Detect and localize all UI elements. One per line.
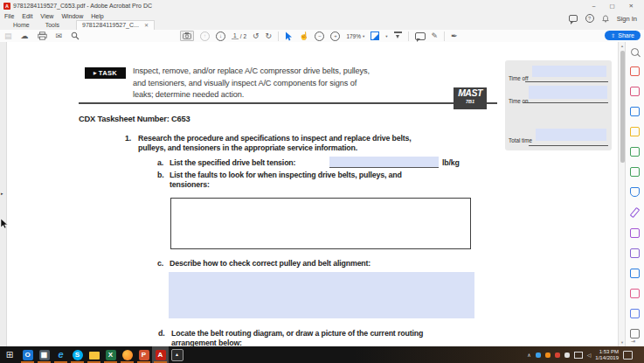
tab-home[interactable]: Home <box>5 21 38 30</box>
action-center-icon[interactable] <box>623 351 633 360</box>
page-width-button[interactable] <box>394 31 402 40</box>
compare-files-icon[interactable] <box>630 309 640 318</box>
tray-icon-4[interactable] <box>564 353 570 358</box>
tools-pane <box>625 42 644 346</box>
highlight-pencil-button[interactable]: ✎ <box>432 32 439 40</box>
stamp-icon[interactable] <box>630 248 640 258</box>
belt-tension-field[interactable] <box>329 157 439 168</box>
volume-icon[interactable]: ◁ <box>587 352 592 358</box>
title-bar: A 9781284119527_C653.pdf - Adobe Acrobat… <box>0 0 644 11</box>
zoom-level-value: 179% <box>346 33 361 39</box>
alignment-answer-field[interactable] <box>169 272 474 318</box>
item-d-number: d. <box>158 329 165 339</box>
task-description: Inspect, remove, and/or replace A/C comp… <box>133 66 370 101</box>
tab-close-icon[interactable]: ✕ <box>144 22 149 28</box>
export-pdf-icon[interactable] <box>630 107 640 116</box>
toolbar: ▤ ☁ ✉ ↑ ↓ 1 / 2 ↺ ↻ <box>0 30 644 43</box>
feedback-bubble-icon[interactable] <box>569 15 578 22</box>
page-number-input[interactable]: 1 <box>232 32 239 39</box>
taskbar-clock[interactable]: 1:53 PM 1/14/2019 <box>595 349 619 360</box>
comment-tool-button[interactable] <box>415 32 426 40</box>
hidden-icons-chevron[interactable]: ∧ <box>527 352 530 358</box>
item-a-text: List the specified drive belt tension: <box>170 158 295 168</box>
menu-file[interactable]: File <box>4 13 14 19</box>
maximize-button[interactable]: ▢ <box>609 3 614 10</box>
tray-icon-1[interactable] <box>536 353 541 358</box>
mouse-cursor <box>0 218 9 229</box>
taskbar-app-acrobat[interactable]: A <box>152 346 169 363</box>
cloud-upload-button[interactable]: ☁ <box>21 32 29 40</box>
create-pdf-icon[interactable] <box>630 66 640 76</box>
protect-icon[interactable] <box>630 187 640 197</box>
search-icon[interactable] <box>631 48 639 56</box>
menu-view[interactable]: View <box>40 13 53 19</box>
selection-zoom-button[interactable] <box>370 31 379 40</box>
send-for-review-icon[interactable] <box>630 269 640 278</box>
scrollbar-thumb[interactable] <box>620 51 625 163</box>
next-page-button[interactable]: ↓ <box>216 31 225 41</box>
tab-tools[interactable]: Tools <box>38 21 67 30</box>
item-b-number: b. <box>157 171 164 180</box>
time-off-field[interactable] <box>532 66 606 77</box>
item-b-text: List the faults to look for when inspect… <box>170 171 402 190</box>
zoom-level-dropdown[interactable]: 179% ▾ <box>346 33 364 39</box>
zoom-in-button[interactable]: + <box>330 31 340 41</box>
total-time-label: Total time <box>509 137 532 143</box>
combine-files-icon[interactable] <box>630 87 640 96</box>
sign-tool-button[interactable]: ✒ <box>451 32 458 40</box>
close-button[interactable]: ✕ <box>629 3 634 10</box>
taskbar-app-skype[interactable]: S <box>69 346 86 363</box>
organize-pages-icon[interactable] <box>630 147 640 157</box>
print-button[interactable] <box>38 31 47 40</box>
select-tool-button[interactable] <box>285 31 293 41</box>
tab-document[interactable]: 9781284119527_C... ✕ <box>76 20 155 30</box>
hand-tool-button[interactable]: ☝ <box>299 32 308 40</box>
taskbar-app-edge[interactable]: e <box>52 346 69 363</box>
scan-and-ocr-icon[interactable] <box>630 289 640 298</box>
sign-in-button[interactable]: Sign In <box>617 15 637 23</box>
previous-page-button[interactable]: ↑ <box>200 31 210 41</box>
tray-icon-2[interactable] <box>545 353 551 358</box>
taskbar-app-powerpoint[interactable]: P <box>135 346 152 363</box>
redo-button[interactable]: ↻ <box>266 32 273 40</box>
comment-icon[interactable] <box>630 127 640 136</box>
taskbar-app-outlook[interactable]: O <box>19 346 36 363</box>
menu-help[interactable]: Help <box>91 13 103 19</box>
network-icon[interactable] <box>574 352 583 359</box>
task-label: TASK <box>99 69 117 77</box>
minimize-button[interactable]: – <box>592 3 596 10</box>
snapshot-tool-button[interactable] <box>180 31 194 41</box>
task-header-badge: ▶ TASK <box>85 67 126 79</box>
menu-edit[interactable]: Edit <box>22 13 32 19</box>
prepare-form-icon[interactable] <box>630 228 640 238</box>
faults-answer-box <box>170 198 471 249</box>
undo-button[interactable]: ↺ <box>253 32 260 40</box>
bell-icon[interactable] <box>602 15 609 23</box>
save-button[interactable]: ▤ <box>4 32 12 40</box>
zoom-out-button[interactable]: − <box>315 31 324 41</box>
email-button[interactable]: ✉ <box>56 32 63 40</box>
start-button[interactable]: ⊞ <box>0 346 19 363</box>
total-time-field[interactable] <box>536 129 606 141</box>
enhance-scans-icon[interactable] <box>630 167 640 177</box>
fill-and-sign-icon[interactable] <box>630 207 641 218</box>
menu-window[interactable]: Window <box>61 13 83 19</box>
mast-badge: MAST 7B1 <box>454 87 487 109</box>
help-icon[interactable]: ? <box>585 14 594 23</box>
tab-bar: Home Tools 9781284119527_C... ✕ <box>0 20 644 30</box>
taskbar-app-file-explorer[interactable] <box>86 346 102 363</box>
time-off-label: Time off <box>509 75 528 81</box>
find-button[interactable] <box>71 31 80 40</box>
tray-icon-3[interactable] <box>555 353 560 358</box>
taskbar-app-excel[interactable]: X <box>102 346 119 363</box>
expand-pane-icon[interactable]: ▸ <box>1 191 3 196</box>
time-on-field[interactable] <box>529 86 607 99</box>
taskbar-app-firefox[interactable] <box>119 346 135 363</box>
item-d-text: Locate the belt routing diagram, or draw… <box>171 329 423 346</box>
collapse-pane-icon[interactable]: ⇥ <box>631 338 635 344</box>
clock-time: 1:53 PM <box>595 349 619 355</box>
taskbar-app-calculator[interactable]: ▦ <box>36 346 52 363</box>
taskbar-app-photos[interactable]: ▲ <box>169 346 185 363</box>
share-button[interactable]: ⇧ Share <box>605 31 641 40</box>
system-tray: ∧ ◁ 1:53 PM 1/14/2019 <box>527 346 644 363</box>
